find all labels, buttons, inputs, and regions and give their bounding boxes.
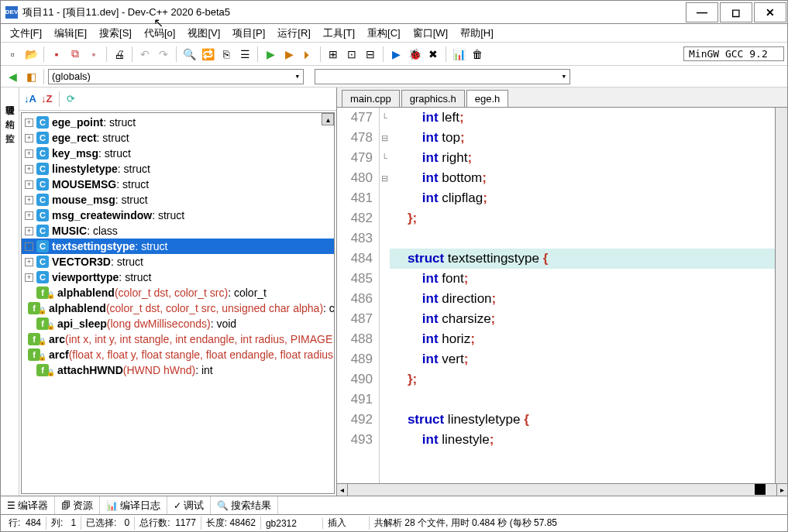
tree-item[interactable]: +Cege_rect: struct [22,130,334,146]
line-gutter: 4774784794804814824834844854864874884894… [337,108,379,496]
window-title: 项目11 - [项目11.dev] - Dev-C++ 2020 6-beta5 [22,5,685,19]
menu-item[interactable]: 项目[P] [226,26,271,40]
redo-icon[interactable]: ↷ [155,46,172,63]
editor-tab-bar: main.cppgraphics.hege.h [337,88,787,108]
tree-item[interactable]: +Cmsg_createwindow: struct [22,208,334,223]
grid3-icon[interactable]: ⊟ [362,46,379,63]
goto-icon[interactable]: ⎘ [218,46,235,63]
saveall-icon[interactable]: ⧉ [67,46,84,63]
grid-icon[interactable]: ⊞ [325,46,342,63]
member-combo[interactable] [315,69,570,84]
output-tab[interactable]: ✓调试 [167,496,211,514]
output-tab[interactable]: 📊编译日志 [100,496,167,514]
tree-item[interactable]: f🔒arcf (float x, float y, float stangle,… [22,347,334,362]
tree-item[interactable]: +CVECTOR3D: struct [22,254,334,269]
tree-item[interactable]: f🔒attachHWND (HWND hWnd): int [22,362,334,378]
menu-item[interactable]: 运行[R] [271,26,317,40]
side-tab[interactable]: 项目管理 [2,94,18,103]
back-icon[interactable]: ◀ [4,68,21,85]
tree-item[interactable]: +Ctextsettingstype: struct [22,239,334,254]
debug-run-icon[interactable]: ▶ [387,46,404,63]
bookmark-icon[interactable]: ◧ [22,68,40,85]
editor-tab[interactable]: ege.h [466,90,509,107]
class-browser-toolbar: ↓A ↓Z ⟳ [19,88,336,111]
stop-debug-icon[interactable]: ✖ [425,46,442,63]
side-tab[interactable]: 结构 [2,108,18,117]
search-icon[interactable]: 🔍 [181,46,198,63]
left-tab-strip: 项目管理结构监控 [1,88,19,496]
class-tree[interactable]: ▴ +Cege_point: struct+Cege_rect: struct+… [21,112,335,494]
close-button[interactable]: ✕ [754,2,786,22]
compile-run-icon[interactable]: ⏵ [299,46,316,63]
output-tab[interactable]: 🗐资源 [55,496,100,514]
status-bar: 行: 484 列: 1 已选择: 0 总行数: 1177 长度: 48462 g… [1,514,787,531]
code-content[interactable]: int left; int top; int right; int bottom… [390,108,787,496]
vertical-scrollbar[interactable] [775,108,787,483]
code-editor[interactable]: 4774784794804814824834844854864874884894… [337,108,787,496]
tree-item[interactable]: +Ckey_msg: struct [22,146,334,161]
nav-toolbar: ◀ ◧ (globals) [1,66,787,88]
status-encoding: gb2312 [261,518,323,529]
output-tab[interactable]: 🔍搜索结果 [211,496,278,514]
search-all-icon[interactable]: ☰ [236,46,253,63]
editor-tab[interactable]: main.cpp [342,90,400,107]
tree-item[interactable]: +Cmouse_msg: struct [22,192,334,208]
menu-item[interactable]: 重构[C] [361,26,407,40]
class-browser-panel: ↓A ↓Z ⟳ ▴ +Cege_point: struct+Cege_rect:… [19,88,337,496]
editor-tab[interactable]: graphics.h [401,90,465,107]
undo-icon[interactable]: ↶ [136,46,153,63]
status-parse: 共解析 28 个文件, 用时 0.484 秒 (每秒 57.85 [370,517,784,530]
trash-icon[interactable]: 🗑 [469,46,486,63]
minimize-button[interactable]: — [686,2,718,22]
tree-item[interactable]: f🔒alphablend (color_t dst, color_t src):… [22,285,334,300]
menu-item[interactable]: 搜索[S] [93,26,138,40]
compile-icon[interactable]: ▶ [262,46,279,63]
tree-item[interactable]: +CMOUSEMSG: struct [22,177,334,192]
title-bar: DEV 项目11 - [项目11.dev] - Dev-C++ 2020 6-b… [1,1,787,24]
compiler-selector[interactable]: MinGW GCC 9.2 [683,46,784,61]
menu-item[interactable]: 文件[F] [4,26,48,40]
scroll-up-icon[interactable]: ▴ [322,113,334,125]
output-tab[interactable]: ☰编译器 [1,496,55,514]
saveas-icon[interactable]: ▪ [85,46,102,63]
maximize-button[interactable]: ◻ [720,2,752,22]
tree-item[interactable]: f🔒api_sleep (long dwMilliseconds): void [22,316,334,331]
side-tab[interactable]: 监控 [2,122,18,131]
scope-combo[interactable]: (globals) [48,69,304,84]
profiler-icon[interactable]: 📊 [450,46,467,63]
main-toolbar: ▫ 📂 ▪ ⧉ ▪ 🖨 ↶ ↷ 🔍 🔁 ⎘ ☰ ▶ ▶ ⏵ ⊞ ⊡ ⊟ ▶ 🐞 … [1,43,787,66]
sort-desc-icon[interactable]: ↓Z [41,93,52,105]
menu-item[interactable]: 视图[V] [181,26,226,40]
grid2-icon[interactable]: ⊡ [343,46,360,63]
tree-item[interactable]: +Cege_point: struct [22,115,334,130]
tree-item[interactable]: +Cviewporttype: struct [22,269,334,285]
tree-item[interactable]: +Clinestyletype: struct [22,161,334,177]
print-icon[interactable]: 🖨 [111,46,128,63]
refresh-tree-icon[interactable]: ⟳ [67,93,75,105]
menu-item[interactable]: 窗口[W] [407,26,455,40]
status-total: 总行数: 1177 [135,517,201,530]
status-mode: 插入 [323,517,370,530]
bug-icon[interactable]: 🐞 [406,46,423,63]
menu-item[interactable]: 工具[T] [317,26,361,40]
tree-item[interactable]: f🔒arc (int x, int y, int stangle, int en… [22,331,334,347]
menu-item[interactable]: 编辑[E] [48,26,93,40]
app-icon: DEV [5,6,18,19]
fold-column[interactable]: └⊟└⊟ [379,108,390,496]
tree-item[interactable]: +CMUSIC: class [22,223,334,239]
tree-item[interactable]: f🔒alphablend (color_t dst, color_t src, … [22,300,334,316]
open-icon[interactable]: 📂 [22,46,40,63]
run-icon[interactable]: ▶ [280,46,298,63]
replace-icon[interactable]: 🔁 [199,46,216,63]
new-file-icon[interactable]: ▫ [4,46,21,63]
status-len: 长度: 48462 [201,517,261,530]
horizontal-scrollbar[interactable]: ◂▸ [337,483,787,496]
menu-item[interactable]: 代码[o] [138,26,181,40]
menu-item[interactable]: 帮助[H] [454,26,500,40]
status-row: 行: 484 [4,517,46,530]
menu-bar: 文件[F]编辑[E]搜索[S]代码[o]视图[V]项目[P]运行[R]工具[T]… [1,24,787,43]
sort-asc-icon[interactable]: ↓A [24,93,36,105]
save-icon[interactable]: ▪ [48,46,65,63]
bottom-tab-bar: ☰编译器🗐资源📊编译日志✓调试🔍搜索结果 [1,496,787,514]
status-col: 列: 1 [46,517,81,530]
